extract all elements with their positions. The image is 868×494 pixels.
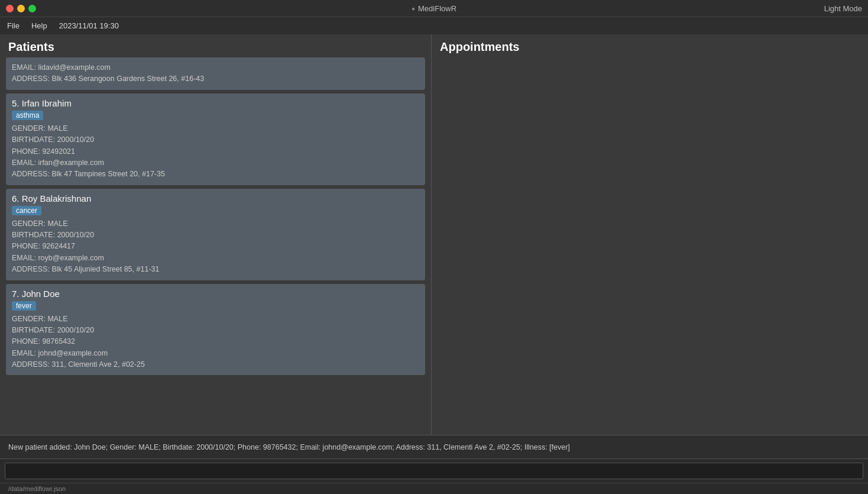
patients-panel: Patients EMAIL: lidavid@example.com ADDR…: [0, 34, 432, 435]
patients-header: Patients: [0, 34, 431, 57]
menu-file[interactable]: File: [7, 21, 20, 30]
footer-path: /data/mediflowr.json: [0, 483, 868, 494]
light-mode-button[interactable]: Light Mode: [824, 4, 862, 13]
close-button[interactable]: [6, 5, 14, 12]
main-content: Patients EMAIL: lidavid@example.com ADDR…: [0, 34, 868, 435]
patient-name: 5. Irfan Ibrahim: [12, 98, 419, 108]
patient-email: EMAIL: irfan@example.com: [12, 157, 419, 169]
maximize-button[interactable]: [28, 5, 36, 12]
list-item[interactable]: 6. Roy Balakrishnan cancer GENDER: MALE …: [6, 189, 425, 280]
patient-phone: PHONE: 92624417: [12, 241, 419, 252]
patient-birthdate: BIRTHDATE: 2000/10/20: [12, 230, 419, 241]
patient-name: 6. Roy Balakrishnan: [12, 193, 419, 204]
command-input[interactable]: [5, 463, 863, 479]
patient-gender: GENDER: MALE: [12, 314, 419, 325]
minimize-button[interactable]: [17, 5, 25, 12]
patient-birthdate: BIRTHDATE: 2000/10/20: [12, 325, 419, 336]
app-title: MediFlowR: [412, 4, 456, 13]
patient-address: ADDRESS: Blk 47 Tampines Street 20, #17-…: [12, 169, 419, 180]
list-item[interactable]: 7. John Doe fever GENDER: MALE BIRTHDATE…: [6, 284, 425, 376]
patient-address: ADDRESS: Blk 436 Serangoon Gardens Stree…: [12, 73, 419, 85]
patients-list[interactable]: EMAIL: lidavid@example.com ADDRESS: Blk …: [0, 57, 431, 435]
titlebar: MediFlowR Light Mode: [0, 0, 868, 17]
patient-email: EMAIL: lidavid@example.com: [12, 62, 419, 73]
illness-badge: asthma: [12, 111, 43, 120]
patient-address: ADDRESS: Blk 45 Aljunied Street 85, #11-…: [12, 264, 419, 275]
illness-badge: cancer: [12, 206, 41, 215]
list-item[interactable]: 5. Irfan Ibrahim asthma GENDER: MALE BIR…: [6, 93, 425, 185]
menu-help[interactable]: Help: [31, 21, 47, 30]
patient-email: EMAIL: johnd@example.com: [12, 348, 419, 359]
patient-email: EMAIL: royb@example.com: [12, 253, 419, 264]
patient-gender: GENDER: MALE: [12, 123, 419, 134]
illness-badge: fever: [12, 301, 36, 311]
input-bar: [0, 459, 868, 483]
status-message: New patient added: John Doe; Gender: MAL…: [8, 443, 570, 451]
appointments-panel: Appointments: [432, 34, 868, 435]
patient-phone: PHONE: 92492021: [12, 146, 419, 157]
patient-name: 7. John Doe: [12, 289, 419, 299]
list-item[interactable]: EMAIL: lidavid@example.com ADDRESS: Blk …: [6, 57, 425, 90]
menubar: File Help 2023/11/01 19:30: [0, 17, 868, 34]
patient-birthdate: BIRTHDATE: 2000/10/20: [12, 134, 419, 146]
datetime-display: 2023/11/01 19:30: [59, 21, 119, 30]
patient-address: ADDRESS: 311, Clementi Ave 2, #02-25: [12, 359, 419, 370]
status-bar: New patient added: John Doe; Gender: MAL…: [0, 435, 868, 459]
traffic-lights: [6, 5, 36, 12]
patient-phone: PHONE: 98765432: [12, 336, 419, 347]
appointments-header: Appointments: [432, 34, 868, 57]
patient-gender: GENDER: MALE: [12, 218, 419, 230]
